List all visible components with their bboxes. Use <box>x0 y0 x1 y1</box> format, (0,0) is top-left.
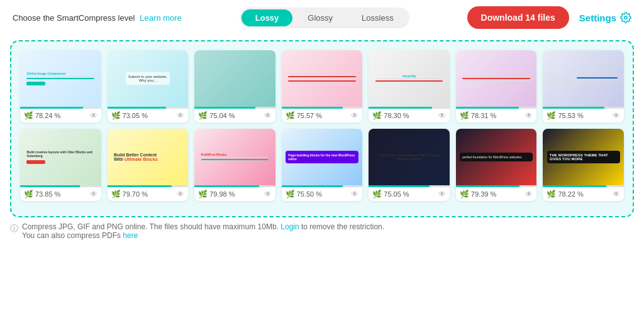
percent-value: 73.85 % <box>35 190 60 198</box>
eye-icon[interactable]: 👁 <box>525 190 533 198</box>
percent-display: 🌿 79.98 % <box>198 190 235 198</box>
percent-value: 73.05 % <box>123 112 148 119</box>
image-card: Create Your Dream Website With a Visual … <box>369 129 450 201</box>
image-thumbnail <box>282 50 363 107</box>
info-icon: ⓘ <box>10 223 18 234</box>
footer-note: ⓘ Compress JPG, GIF and PNG online. The … <box>10 222 634 240</box>
eye-icon[interactable]: 👁 <box>177 111 184 120</box>
image-card: PubliPost Blocks 🌿 79.98 % 👁 <box>194 129 275 201</box>
percent-value: 75.50 % <box>297 190 322 198</box>
percent-display: 🌿 75.53 % <box>547 111 583 120</box>
leaf-icon: 🌿 <box>198 111 208 120</box>
image-thumbnail: Build Better ContentWith Ultimate Blocks <box>108 129 189 185</box>
learn-more-link[interactable]: Learn more <box>140 13 181 23</box>
top-bar: Choose the SmartCompress level Learn mor… <box>0 0 644 35</box>
card-footer: 🌿 78.31 % 👁 <box>456 109 537 122</box>
leaf-icon: 🌿 <box>286 111 295 120</box>
leaf-icon: 🌿 <box>24 190 33 198</box>
eye-icon[interactable]: 👁 <box>438 111 446 120</box>
percent-value: 75.04 % <box>209 112 235 119</box>
card-footer: 🌿 78.30 % 👁 <box>369 109 450 122</box>
eye-icon[interactable]: 👁 <box>90 111 97 120</box>
percent-display: 🌿 78.24 % <box>24 111 60 120</box>
main-content: Online Image Compressor 🌿 78.24 % 👁 Subm… <box>0 35 644 246</box>
eye-icon[interactable]: 👁 <box>438 190 446 198</box>
image-card: Build Better ContentWith Ultimate Blocks… <box>108 129 189 201</box>
eye-icon[interactable]: 👁 <box>90 190 97 198</box>
image-thumbnail: Online Image Compressor <box>20 50 101 107</box>
percent-display: 🌿 78.31 % <box>460 111 496 120</box>
leaf-icon: 🌿 <box>24 111 33 120</box>
top-left: Choose the SmartCompress level Learn mor… <box>13 13 182 23</box>
download-button[interactable]: Download 14 files <box>467 6 569 29</box>
card-footer: 🌿 78.22 % 👁 <box>543 187 624 201</box>
image-card: perfect foundation for WordPress website… <box>456 129 537 201</box>
image-thumbnail: perfect foundation for WordPress website… <box>456 129 537 185</box>
percent-display: 🌿 73.85 % <box>24 190 60 198</box>
leaf-icon: 🌿 <box>111 111 121 120</box>
eye-icon[interactable]: 👁 <box>613 111 620 120</box>
leaf-icon: 🌿 <box>286 190 295 198</box>
card-footer: 🌿 78.24 % 👁 <box>20 109 101 122</box>
image-card: 🌿 78.31 % 👁 <box>456 50 537 122</box>
image-thumbnail: recurify <box>369 50 450 107</box>
footer-note-text: Compress JPG, GIF and PNG online. The fi… <box>22 222 279 231</box>
leaf-icon: 🌿 <box>547 190 556 198</box>
pdf-note: You can also compress PDFs <box>22 231 121 240</box>
percent-value: 79.39 % <box>471 190 496 198</box>
tab-lossless[interactable]: Lossless <box>348 9 408 26</box>
top-right: Download 14 files Settings <box>467 6 631 29</box>
percent-value: 78.22 % <box>558 190 583 198</box>
percent-display: 🌿 78.30 % <box>372 111 409 120</box>
image-card: 🌿 75.04 % 👁 <box>194 50 275 122</box>
image-thumbnail: PubliPost Blocks <box>194 129 275 185</box>
eye-icon[interactable]: 👁 <box>525 111 533 120</box>
card-footer: 🌿 75.05 % 👁 <box>369 187 450 201</box>
image-card: Build creative layouts with Otter Blocks… <box>20 129 101 201</box>
image-card: Submit to your website,Why you... 🌿 73.0… <box>108 50 189 122</box>
eye-icon[interactable]: 👁 <box>613 190 620 198</box>
tab-glossy[interactable]: Glossy <box>294 9 347 26</box>
eye-icon[interactable]: 👁 <box>264 190 272 198</box>
image-card: Page-building blocks for the new WordPre… <box>282 129 363 201</box>
tab-lossy[interactable]: Lossy <box>242 9 293 26</box>
percent-value: 75.53 % <box>558 112 583 119</box>
card-footer: 🌿 73.05 % 👁 <box>108 109 189 122</box>
image-grid-container: Online Image Compressor 🌿 78.24 % 👁 Subm… <box>10 40 634 217</box>
percent-display: 🌿 75.57 % <box>286 111 322 120</box>
choose-label: Choose the SmartCompress level <box>13 13 135 23</box>
image-thumbnail: Submit to your website,Why you... <box>108 50 189 107</box>
card-footer: 🌿 73.85 % 👁 <box>20 187 101 201</box>
image-thumbnail: THE WORDPRESS THEME THAT GIVES YOU MORE <box>543 129 624 185</box>
eye-icon[interactable]: 👁 <box>177 190 184 198</box>
settings-label: Settings <box>579 13 616 23</box>
settings-button[interactable]: Settings <box>579 12 631 23</box>
compression-tabs: Lossy Glossy Lossless <box>240 8 409 28</box>
leaf-icon: 🌿 <box>460 111 469 120</box>
card-footer: 🌿 75.04 % 👁 <box>194 109 275 122</box>
leaf-icon: 🌿 <box>460 190 469 198</box>
percent-display: 🌿 75.05 % <box>372 190 409 198</box>
footer-text: Compress JPG, GIF and PNG online. The fi… <box>22 222 384 240</box>
percent-display: 🌿 78.22 % <box>547 190 583 198</box>
leaf-icon: 🌿 <box>372 190 382 198</box>
card-footer: 🌿 75.50 % 👁 <box>282 187 363 201</box>
card-footer: 🌿 79.70 % 👁 <box>108 187 189 201</box>
card-footer: 🌿 79.39 % 👁 <box>456 187 537 201</box>
here-link[interactable]: here <box>123 231 138 240</box>
eye-icon[interactable]: 👁 <box>264 111 272 120</box>
image-thumbnail: Build creative layouts with Otter Blocks… <box>20 129 101 185</box>
image-thumbnail <box>194 50 275 107</box>
eye-icon[interactable]: 👁 <box>351 190 358 198</box>
percent-display: 🌿 75.04 % <box>198 111 235 120</box>
image-card: THE WORDPRESS THEME THAT GIVES YOU MORE … <box>543 129 624 201</box>
leaf-icon: 🌿 <box>372 111 382 120</box>
percent-value: 75.05 % <box>384 190 409 198</box>
percent-value: 75.57 % <box>297 112 322 119</box>
image-thumbnail <box>543 50 624 107</box>
eye-icon[interactable]: 👁 <box>351 111 358 120</box>
login-link[interactable]: Login <box>280 222 299 231</box>
percent-display: 🌿 73.05 % <box>111 111 148 120</box>
gear-icon <box>620 12 631 23</box>
leaf-icon: 🌿 <box>547 111 556 120</box>
